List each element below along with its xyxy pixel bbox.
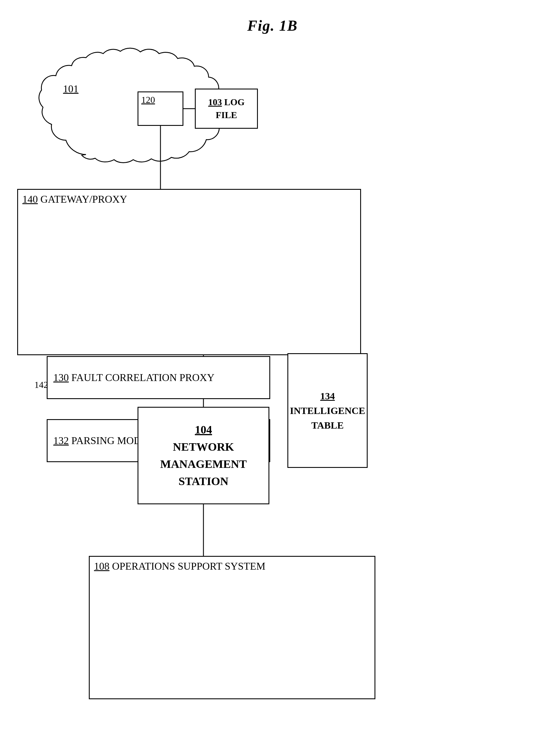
label-142: 142 — [34, 380, 48, 390]
box-130: 130 FAULT CORRELATION PROXY — [47, 356, 270, 399]
box-140-number: 140 — [22, 194, 38, 205]
box-108: 108 OPERATIONS SUPPORT SYSTEM 150 COMPAR… — [89, 556, 375, 699]
box-132-number: 132 — [53, 435, 69, 446]
box-104-line3: MANAGEMENT — [160, 458, 247, 470]
cloud-label: 101 — [63, 83, 79, 95]
box-140-text: GATEWAY/PROXY — [40, 194, 127, 205]
box-104-number: 104 — [195, 423, 212, 436]
box-120: 120 — [138, 91, 183, 126]
box-134-number: 134 — [320, 391, 335, 401]
box-108-text: OPERATIONS SUPPORT SYSTEM — [112, 560, 265, 572]
box-130-label: FAULT CORRELATION PROXY — [71, 372, 214, 383]
box-108-number: 108 — [94, 560, 110, 572]
box-103-number: 103 — [208, 97, 222, 107]
box-104-line2: NETWORK — [173, 440, 234, 453]
box-104: 104 NETWORK MANAGEMENT STATION — [138, 407, 270, 504]
box-103: 103 LOGFILE — [195, 89, 258, 129]
page-title: Fig. 1B — [0, 0, 545, 46]
box-134-line2: INTELLIGENCE — [290, 405, 365, 416]
box-120-label: 120 — [141, 95, 155, 105]
box-140: 140 GATEWAY/PROXY 130 FAULT CORRELATION … — [17, 189, 361, 355]
box-104-text: 104 NETWORK MANAGEMENT STATION — [155, 415, 253, 496]
box-108-label: 108 OPERATIONS SUPPORT SYSTEM — [94, 560, 265, 572]
box-130-number: 130 — [53, 372, 69, 383]
box-134-text: 134 INTELLIGENCE TABLE — [290, 389, 365, 433]
box-104-line4: STATION — [179, 475, 229, 488]
box-134: 134 INTELLIGENCE TABLE — [287, 353, 368, 468]
box-140-label: 140 GATEWAY/PROXY — [22, 193, 127, 205]
box-103-text: 103 LOGFILE — [208, 96, 245, 122]
box-134-line3: TABLE — [311, 420, 344, 431]
